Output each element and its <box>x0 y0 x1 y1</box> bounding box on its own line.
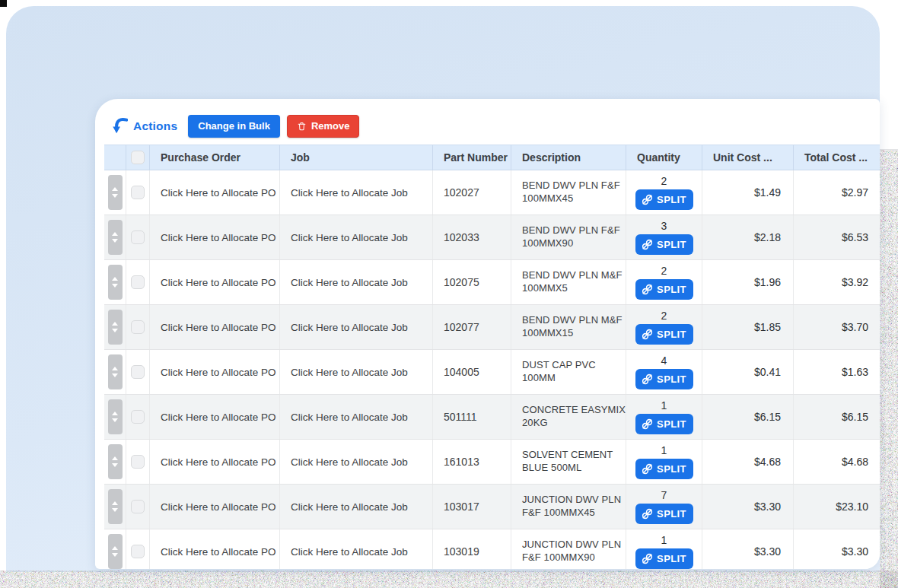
row-checkbox[interactable] <box>131 545 145 558</box>
unit-cost-cell: $2.18 <box>702 215 794 259</box>
allocate-job-link[interactable]: Click Here to Allocate Job <box>280 260 433 304</box>
change-in-bulk-button[interactable]: Change in Bulk <box>188 115 280 138</box>
allocate-po-link[interactable]: Click Here to Allocate PO <box>150 440 280 484</box>
torn-edge-right <box>880 150 898 588</box>
part-number-cell: 104005 <box>433 350 511 394</box>
allocate-job-link[interactable]: Click Here to Allocate Job <box>280 170 433 215</box>
remove-button-label: Remove <box>311 120 350 132</box>
split-button-label: SPLIT <box>657 373 686 385</box>
row-checkbox[interactable] <box>131 410 145 424</box>
arrow-up-icon <box>112 277 118 281</box>
allocate-po-link[interactable]: Click Here to Allocate PO <box>150 215 280 259</box>
allocate-job-link[interactable]: Click Here to Allocate Job <box>280 529 433 569</box>
split-button-label: SPLIT <box>657 508 686 520</box>
drag-handle[interactable] <box>108 399 123 434</box>
unit-cost-cell: $6.15 <box>702 395 794 439</box>
header-total-cost: Total Cost ... <box>794 145 880 170</box>
quantity-value: 3 <box>661 220 667 232</box>
drag-handle[interactable] <box>108 220 123 255</box>
allocate-job-link[interactable]: Click Here to Allocate Job <box>280 305 433 349</box>
drag-handle[interactable] <box>108 354 123 389</box>
arrow-down-icon <box>112 508 118 512</box>
description-cell: JUNCTION DWV PLN F&F 100MMX45 <box>511 485 626 529</box>
split-button[interactable]: SPLIT <box>635 324 693 345</box>
drag-handle[interactable] <box>108 175 123 210</box>
quantity-cell: 7 SPLIT <box>626 485 702 529</box>
header-part-number: Part Number <box>433 145 511 170</box>
quantity-cell: 3 SPLIT <box>626 215 702 259</box>
allocate-po-link[interactable]: Click Here to Allocate PO <box>150 529 280 569</box>
quantity-value: 1 <box>661 534 667 546</box>
header-job: Job <box>280 145 433 170</box>
row-checkbox[interactable] <box>131 365 145 379</box>
drag-handle[interactable] <box>108 489 123 524</box>
description-cell: BEND DWV PLN M&F 100MMX15 <box>511 305 626 349</box>
total-cost-cell: $3.70 <box>794 305 880 349</box>
split-button[interactable]: SPLIT <box>635 369 693 389</box>
allocate-po-link[interactable]: Click Here to Allocate PO <box>150 305 280 349</box>
arrow-down-icon <box>112 418 118 422</box>
allocate-job-link[interactable]: Click Here to Allocate Job <box>280 215 433 259</box>
split-button[interactable]: SPLIT <box>635 279 693 300</box>
part-number-cell: 102075 <box>433 260 511 304</box>
split-button[interactable]: SPLIT <box>635 548 693 569</box>
quantity-value: 2 <box>661 175 667 187</box>
unlink-icon <box>642 329 653 340</box>
split-button[interactable]: SPLIT <box>635 414 693 434</box>
allocate-job-link[interactable]: Click Here to Allocate Job <box>280 395 433 439</box>
part-number-cell: 103019 <box>433 529 511 569</box>
split-button[interactable]: SPLIT <box>635 234 693 255</box>
description-cell: BEND DWV PLN F&F 100MMX90 <box>511 215 626 259</box>
allocate-po-link[interactable]: Click Here to Allocate PO <box>150 350 280 394</box>
split-button[interactable]: SPLIT <box>635 504 693 524</box>
allocate-po-link[interactable]: Click Here to Allocate PO <box>150 395 280 439</box>
table-body: Click Here to Allocate PO Click Here to … <box>104 170 880 569</box>
drag-handle[interactable] <box>108 310 123 345</box>
allocate-job-link[interactable]: Click Here to Allocate Job <box>280 440 433 484</box>
drag-handle[interactable] <box>108 534 123 569</box>
arrow-up-icon <box>112 546 118 550</box>
select-all-checkbox[interactable] <box>131 151 145 164</box>
checkbox-cell <box>126 215 150 259</box>
allocate-po-link[interactable]: Click Here to Allocate PO <box>150 260 280 304</box>
split-button-label: SPLIT <box>657 239 686 250</box>
quantity-cell: 2 SPLIT <box>626 170 702 215</box>
row-checkbox[interactable] <box>131 186 145 199</box>
row-checkbox[interactable] <box>131 230 145 244</box>
arrow-up-icon <box>112 367 118 370</box>
arrow-down-icon <box>112 553 118 557</box>
row-checkbox[interactable] <box>131 275 145 289</box>
arrow-down-icon <box>112 239 118 243</box>
allocate-job-link[interactable]: Click Here to Allocate Job <box>280 485 433 529</box>
header-unit-cost: Unit Cost ... <box>702 145 794 170</box>
allocate-po-link[interactable]: Click Here to Allocate PO <box>150 170 280 215</box>
allocate-po-link[interactable]: Click Here to Allocate PO <box>150 485 280 529</box>
split-button[interactable]: SPLIT <box>635 189 693 210</box>
arrow-down-icon <box>112 194 118 198</box>
actions-bar: Actions Change in Bulk Remove <box>112 114 359 138</box>
unlink-icon <box>642 508 653 520</box>
total-cost-cell: $3.92 <box>794 260 880 304</box>
split-button[interactable]: SPLIT <box>635 459 693 479</box>
checkbox-cell <box>126 305 150 349</box>
table-row: Click Here to Allocate PO Click Here to … <box>104 215 880 260</box>
row-checkbox[interactable] <box>131 500 145 513</box>
quantity-value: 4 <box>661 354 667 367</box>
page-corner-artifact <box>0 0 7 7</box>
quantity-value: 2 <box>661 310 667 322</box>
quantity-cell: 1 SPLIT <box>626 395 702 439</box>
part-number-cell: 103017 <box>433 485 511 529</box>
arrow-up-icon <box>112 187 118 191</box>
table-row: Click Here to Allocate PO Click Here to … <box>104 395 880 440</box>
allocate-job-link[interactable]: Click Here to Allocate Job <box>280 350 433 394</box>
drag-handle[interactable] <box>108 444 123 479</box>
row-checkbox[interactable] <box>131 320 145 334</box>
checkbox-cell <box>126 529 150 569</box>
checkbox-cell <box>126 440 150 484</box>
part-number-cell: 102027 <box>433 170 511 215</box>
drag-handle[interactable] <box>108 265 123 300</box>
description-cell: BEND DWV PLN F&F 100MMX45 <box>511 170 626 215</box>
row-checkbox[interactable] <box>131 455 145 469</box>
header-quantity: Quantity <box>626 145 702 170</box>
remove-button[interactable]: Remove <box>287 115 360 138</box>
